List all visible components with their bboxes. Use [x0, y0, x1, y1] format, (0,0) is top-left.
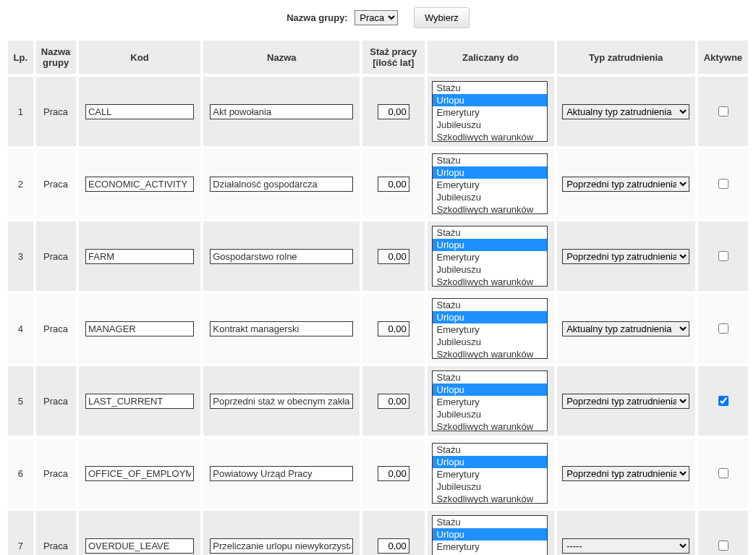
data-table: Lp. Nazwa grupy Kod Nazwa Staż pracy [il…: [6, 38, 750, 555]
listbox-option[interactable]: Stażu: [433, 444, 547, 456]
counted-towards-listbox[interactable]: StażuUrlopuEmeryturyJubileuszuSzkodliwyc…: [432, 370, 548, 431]
table-row: 3PracaStażuUrlopuEmeryturyJubileuszuSzko…: [7, 221, 749, 292]
listbox-option[interactable]: Emerytury: [433, 179, 547, 191]
listbox-option[interactable]: Emerytury: [433, 468, 547, 480]
listbox-option[interactable]: Urlopu: [433, 528, 547, 541]
listbox-option[interactable]: Urlopu: [433, 384, 547, 396]
listbox-option[interactable]: Stażu: [433, 299, 547, 311]
cell-lp: 7: [7, 510, 34, 555]
seniority-input[interactable]: [378, 321, 409, 336]
listbox-option[interactable]: Stażu: [433, 154, 547, 166]
code-input[interactable]: [85, 466, 194, 481]
cell-group: Praca: [35, 76, 77, 147]
name-input[interactable]: [210, 104, 353, 119]
seniority-input[interactable]: [378, 177, 409, 192]
seniority-input[interactable]: [378, 466, 409, 481]
cell-group: Praca: [35, 148, 77, 219]
col-kod: Kod: [78, 40, 202, 75]
listbox-option[interactable]: Emerytury: [433, 106, 547, 119]
employment-type-select[interactable]: -----Aktualny typ zatrudnieniaPoprzedni …: [562, 538, 689, 554]
table-row: 2PracaStażuUrlopuEmeryturyJubileuszuSzko…: [7, 148, 749, 219]
listbox-option[interactable]: Szkodliwych warunków: [433, 348, 547, 359]
employment-type-select[interactable]: -----Aktualny typ zatrudnieniaPoprzedni …: [562, 104, 689, 119]
listbox-option[interactable]: Stażu: [433, 371, 547, 384]
code-input[interactable]: [85, 104, 194, 119]
employment-type-select[interactable]: -----Aktualny typ zatrudnieniaPoprzedni …: [562, 177, 689, 192]
code-input[interactable]: [85, 538, 194, 554]
listbox-option[interactable]: Stażu: [433, 226, 547, 239]
group-select[interactable]: Praca: [354, 10, 398, 25]
select-button[interactable]: Wybierz: [414, 7, 470, 28]
employment-type-select[interactable]: -----Aktualny typ zatrudnieniaPoprzedni …: [562, 466, 689, 481]
listbox-option[interactable]: Szkodliwych warunków: [433, 420, 547, 431]
name-input[interactable]: [210, 177, 353, 192]
listbox-option[interactable]: Szkodliwych warunków: [433, 203, 547, 214]
seniority-input[interactable]: [378, 104, 409, 119]
cell-group: Praca: [35, 510, 77, 555]
listbox-option[interactable]: Stażu: [433, 516, 547, 528]
listbox-option[interactable]: Emerytury: [433, 396, 547, 408]
cell-lp: 4: [7, 293, 34, 364]
listbox-option[interactable]: Jubileuszu: [433, 263, 547, 276]
code-input[interactable]: [85, 249, 194, 264]
active-checkbox[interactable]: [718, 106, 729, 116]
filter-label: Nazwa grupy:: [286, 12, 348, 23]
table-row: 1PracaStażuUrlopuEmeryturyJubileuszuSzko…: [7, 76, 749, 147]
active-checkbox[interactable]: [718, 323, 729, 334]
cell-lp: 6: [7, 438, 34, 509]
listbox-option[interactable]: Emerytury: [433, 323, 547, 336]
name-input[interactable]: [210, 466, 353, 481]
cell-lp: 1: [7, 76, 34, 147]
name-input[interactable]: [210, 538, 353, 554]
name-input[interactable]: [210, 394, 353, 409]
table-row: 7PracaStażuUrlopuEmeryturyJubileuszuSzko…: [7, 510, 749, 555]
active-checkbox[interactable]: [718, 179, 729, 189]
listbox-option[interactable]: Emerytury: [433, 251, 547, 263]
counted-towards-listbox[interactable]: StażuUrlopuEmeryturyJubileuszuSzkodliwyc…: [432, 443, 548, 504]
col-lp: Lp.: [7, 40, 34, 75]
listbox-option[interactable]: Emerytury: [433, 541, 547, 553]
listbox-option[interactable]: Urlopu: [433, 166, 547, 179]
table-row: 5PracaStażuUrlopuEmeryturyJubileuszuSzko…: [7, 365, 749, 436]
listbox-option[interactable]: Szkodliwych warunków: [433, 131, 547, 142]
counted-towards-listbox[interactable]: StażuUrlopuEmeryturyJubileuszuSzkodliwyc…: [432, 226, 548, 287]
seniority-input[interactable]: [378, 249, 409, 264]
filter-bar: Nazwa grupy: Praca Wybierz: [6, 7, 750, 28]
cell-lp: 3: [7, 221, 34, 292]
active-checkbox[interactable]: [718, 396, 729, 406]
active-checkbox[interactable]: [718, 251, 729, 261]
listbox-option[interactable]: Urlopu: [433, 311, 547, 323]
cell-lp: 5: [7, 365, 34, 436]
code-input[interactable]: [85, 177, 194, 192]
seniority-input[interactable]: [378, 538, 409, 554]
counted-towards-listbox[interactable]: StażuUrlopuEmeryturyJubileuszuSzkodliwyc…: [432, 81, 548, 142]
listbox-option[interactable]: Jubileuszu: [433, 336, 547, 348]
code-input[interactable]: [85, 394, 194, 409]
active-checkbox[interactable]: [718, 541, 729, 551]
name-input[interactable]: [210, 249, 353, 264]
listbox-option[interactable]: Urlopu: [433, 239, 547, 251]
listbox-option[interactable]: Jubileuszu: [433, 408, 547, 420]
col-typ: Typ zatrudnienia: [556, 40, 696, 75]
counted-towards-listbox[interactable]: StażuUrlopuEmeryturyJubileuszuSzkodliwyc…: [432, 515, 548, 555]
employment-type-select[interactable]: -----Aktualny typ zatrudnieniaPoprzedni …: [562, 249, 689, 264]
listbox-option[interactable]: Urlopu: [433, 94, 547, 106]
seniority-input[interactable]: [378, 394, 409, 409]
listbox-option[interactable]: Jubileuszu: [433, 191, 547, 203]
table-row: 6PracaStażuUrlopuEmeryturyJubileuszuSzko…: [7, 438, 749, 509]
cell-group: Praca: [35, 293, 77, 364]
counted-towards-listbox[interactable]: StażuUrlopuEmeryturyJubileuszuSzkodliwyc…: [432, 153, 548, 214]
listbox-option[interactable]: Szkodliwych warunków: [433, 276, 547, 287]
name-input[interactable]: [210, 321, 353, 336]
counted-towards-listbox[interactable]: StażuUrlopuEmeryturyJubileuszuSzkodliwyc…: [432, 298, 548, 359]
employment-type-select[interactable]: -----Aktualny typ zatrudnieniaPoprzedni …: [562, 321, 689, 336]
code-input[interactable]: [85, 321, 194, 336]
listbox-option[interactable]: Urlopu: [433, 456, 547, 468]
listbox-option[interactable]: Stażu: [433, 82, 547, 94]
active-checkbox[interactable]: [718, 468, 729, 478]
col-group: Nazwa grupy: [35, 40, 77, 75]
listbox-option[interactable]: Jubileuszu: [433, 119, 547, 131]
listbox-option[interactable]: Jubileuszu: [433, 480, 547, 493]
listbox-option[interactable]: Szkodliwych warunków: [433, 493, 547, 504]
employment-type-select[interactable]: -----Aktualny typ zatrudnieniaPoprzedni …: [562, 394, 689, 409]
